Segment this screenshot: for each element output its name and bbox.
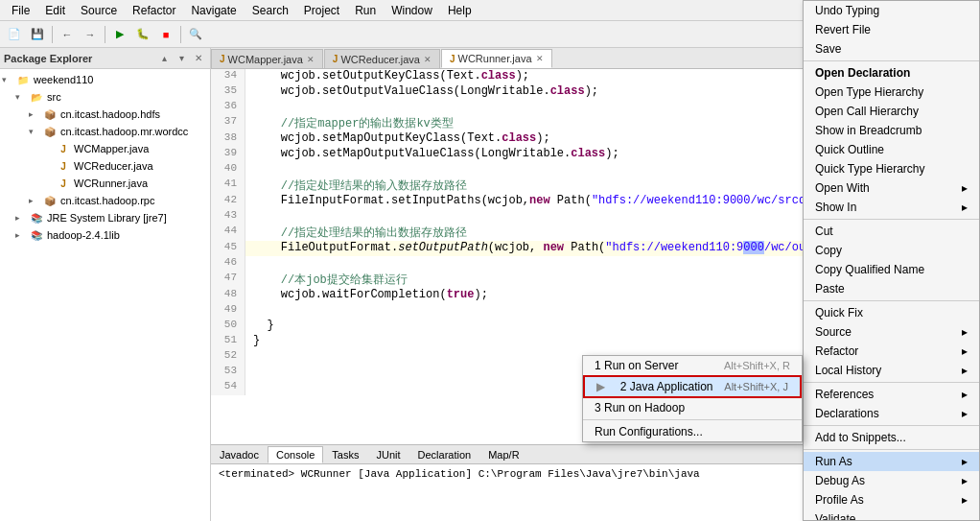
tab-junit[interactable]: JUnit (367, 446, 408, 463)
tab-label: WCReducer.java (340, 54, 420, 65)
cm-open-call-hierarchy[interactable]: Open Call Hierarchy (804, 102, 979, 121)
expand-arrow (42, 161, 56, 171)
tab-declaration[interactable]: Declaration (409, 446, 480, 463)
expand-arrow (42, 178, 56, 188)
menu-source[interactable]: Source (73, 2, 125, 19)
tree-item-src[interactable]: ▾ 📂 src (15, 88, 208, 106)
cm-separator (804, 449, 979, 450)
tab-mapred[interactable]: Map/R (479, 446, 527, 463)
expand-arrow: ▾ (15, 92, 29, 102)
menu-run[interactable]: Run (347, 2, 384, 19)
cm-save[interactable]: Save (804, 39, 979, 59)
cm-local-history[interactable]: Local History ▸ (804, 361, 979, 380)
run-java-app-icon: ▶ (596, 380, 605, 393)
search-toolbar-button[interactable]: 🔍 (185, 24, 206, 45)
tab-close-button[interactable]: ✕ (424, 55, 432, 64)
tree-item-mr-pkg[interactable]: ▾ 📦 cn.itcast.hadoop.mr.wordcc (29, 123, 208, 140)
tree-item-label: weekend110 (34, 74, 93, 85)
menu-window[interactable]: Window (384, 2, 440, 19)
cm-cut[interactable]: Cut (804, 222, 979, 241)
java-file-icon: J (56, 141, 71, 156)
tab-close-button[interactable]: ✕ (307, 55, 315, 64)
run-configurations-label: Run Configurations... (595, 425, 703, 438)
toolbar-separator-3 (180, 26, 181, 43)
tree-item-hdfs-pkg[interactable]: ▸ 📦 cn.itcast.hadoop.hdfs (29, 106, 208, 123)
tab-wcmapper[interactable]: J WCMapper.java ✕ (211, 49, 323, 68)
cm-undo-typing[interactable]: Undo Typing (804, 1, 979, 20)
tab-wcrunner[interactable]: J WCRunner.java ✕ (441, 49, 552, 68)
tree-item-rpc-pkg[interactable]: ▸ 📦 cn.itcast.hadoop.rpc (29, 192, 208, 209)
expand-arrow (42, 144, 56, 154)
sidebar-header: Package Explorer ▴ ▾ ✕ (0, 48, 210, 69)
cm-show-in-breadcrumb[interactable]: Show in Breadcrumb (804, 121, 979, 140)
cm-profile-as[interactable]: Profile As ▸ (804, 490, 979, 509)
run-on-server-shortcut: Alt+Shift+X, R (724, 360, 790, 371)
expand-arrow: ▾ (29, 127, 42, 136)
cm-revert-file[interactable]: Revert File (804, 20, 979, 39)
tree-item-label: src (47, 91, 61, 103)
tab-wcreducer[interactable]: J WCReducer.java ✕ (324, 49, 440, 68)
cm-open-declaration[interactable]: Open Declaration (804, 63, 979, 83)
cm-open-type-hierarchy[interactable]: Open Type Hierarchy (804, 83, 979, 102)
cm-references[interactable]: References ▸ (804, 385, 979, 404)
project-icon: 📁 (15, 72, 31, 87)
menu-project[interactable]: Project (296, 2, 347, 19)
save-button[interactable]: 💾 (27, 24, 48, 45)
tab-console[interactable]: Console (268, 446, 323, 463)
run-java-application[interactable]: ▶ 2 Java Application Alt+Shift+X, J (583, 375, 802, 398)
sidebar-menu-button[interactable]: ▾ (174, 51, 189, 66)
tree-item-jre[interactable]: ▸ 📚 JRE System Library [jre7] (15, 209, 208, 226)
tree-item-wcmapper[interactable]: J WCMapper.java (42, 140, 208, 157)
cm-paste[interactable]: Paste (804, 279, 979, 298)
expand-arrow: ▸ (29, 109, 42, 119)
run-on-server[interactable]: 1 Run on Server Alt+Shift+X, R (583, 356, 802, 375)
menu-search[interactable]: Search (245, 2, 296, 19)
tab-icon: J (450, 54, 455, 64)
stop-button[interactable]: ■ (155, 24, 176, 45)
run-on-server-label: 1 Run on Server (595, 359, 678, 372)
menu-navigate[interactable]: Navigate (183, 2, 244, 19)
tree-item-hadoop-lib[interactable]: ▸ 📚 hadoop-2.4.1lib (15, 226, 208, 244)
cm-source[interactable]: Source ▸ (804, 322, 979, 342)
cm-quick-outline[interactable]: Quick Outline (804, 140, 979, 159)
cm-quick-fix[interactable]: Quick Fix (804, 303, 979, 322)
tree-item-label: WCMapper.java (74, 143, 149, 154)
package-icon: 📦 (42, 124, 58, 139)
tab-close-button[interactable]: ✕ (536, 54, 544, 63)
cm-declarations[interactable]: Declarations ▸ (804, 404, 979, 423)
cm-refactor[interactable]: Refactor ▸ (804, 342, 979, 361)
tree-item-weekend110[interactable]: ▾ 📁 weekend110 (2, 71, 208, 88)
menu-refactor[interactable]: Refactor (125, 2, 183, 19)
run-configurations[interactable]: Run Configurations... (583, 422, 802, 441)
tab-javadoc[interactable]: Javadoc (211, 446, 268, 463)
sidebar-title: Package Explorer (4, 53, 92, 64)
run-on-hadoop[interactable]: 3 Run on Hadoop (583, 398, 802, 417)
sidebar-collapse-button[interactable]: ▴ (156, 51, 172, 66)
java-file-icon: J (56, 176, 71, 191)
tree-item-wcrunner[interactable]: J WCRunner.java (42, 175, 208, 192)
cm-run-as[interactable]: Run As ▸ (804, 452, 979, 471)
forward-button[interactable]: → (80, 24, 101, 45)
cm-show-in[interactable]: Show In ▸ (804, 198, 979, 217)
sidebar: Package Explorer ▴ ▾ ✕ ▾ 📁 weekend110 ▾ … (0, 48, 211, 521)
run-on-hadoop-label: 3 Run on Hadoop (595, 401, 685, 414)
menu-edit[interactable]: Edit (37, 2, 73, 19)
package-explorer-tree: ▾ 📁 weekend110 ▾ 📂 src ▸ 📦 cn.itcast.had… (0, 69, 210, 521)
cm-open-with[interactable]: Open With ▸ (804, 178, 979, 198)
menu-file[interactable]: File (4, 2, 37, 19)
menu-help[interactable]: Help (440, 2, 479, 19)
back-button[interactable]: ← (57, 24, 78, 45)
debug-button[interactable]: 🐛 (132, 24, 153, 45)
cm-copy[interactable]: Copy (804, 241, 979, 260)
cm-add-to-snippets[interactable]: Add to Snippets... (804, 428, 979, 447)
cm-validate[interactable]: Validate (804, 509, 979, 521)
tab-tasks[interactable]: Tasks (323, 446, 367, 463)
cm-quick-type-hierarchy[interactable]: Quick Type Hierarchy (804, 159, 979, 178)
new-button[interactable]: 📄 (4, 24, 25, 45)
sidebar-close-button[interactable]: ✕ (191, 51, 206, 66)
run-java-app-label: 2 Java Application (620, 380, 713, 393)
cm-copy-qualified-name[interactable]: Copy Qualified Name (804, 260, 979, 279)
tree-item-wcreducer[interactable]: J WCReducer.java (42, 157, 208, 175)
run-button[interactable]: ▶ (109, 24, 130, 45)
cm-debug-as[interactable]: Debug As ▸ (804, 471, 979, 490)
